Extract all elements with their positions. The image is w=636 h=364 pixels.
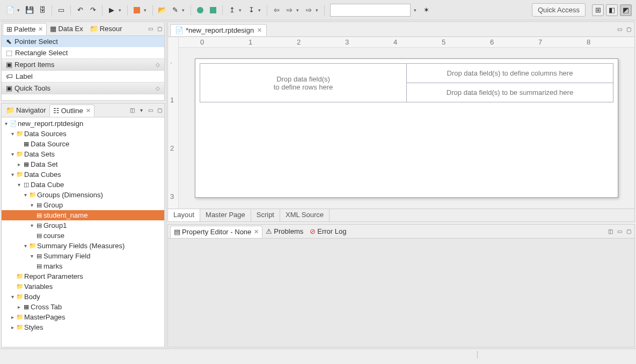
tree-data-set[interactable]: ▸▦Data Set bbox=[2, 159, 164, 169]
import-icon[interactable]: ↧ bbox=[245, 4, 257, 16]
back-icon[interactable]: ⇦ bbox=[271, 4, 282, 16]
minimize-icon[interactable]: ▭ bbox=[616, 228, 623, 235]
tree-master-pages[interactable]: ▸MasterPages bbox=[2, 312, 164, 322]
tree-data-sources[interactable]: ▾Data Sources bbox=[2, 129, 164, 139]
cols-hint[interactable]: Drop data field(s) to define columns her… bbox=[407, 64, 613, 83]
tree-data-source[interactable]: ▦Data Source bbox=[2, 139, 164, 149]
quick-access-button[interactable]: Quick Access bbox=[532, 3, 586, 17]
export-icon[interactable]: ↥ bbox=[226, 4, 238, 16]
forward-dropdown[interactable]: ▾ bbox=[296, 8, 302, 13]
tab-resource[interactable]: 📁Resour bbox=[86, 23, 126, 34]
tree-root[interactable]: ▾📄new_report.rptdesign bbox=[2, 118, 164, 129]
run-icon[interactable]: ▶ bbox=[106, 4, 118, 16]
preview-icon[interactable] bbox=[207, 4, 219, 16]
save-icon[interactable]: 💾 bbox=[24, 4, 35, 16]
bottom-tab-script[interactable]: Script bbox=[251, 209, 280, 221]
minimize-icon[interactable]: ▭ bbox=[616, 26, 623, 33]
toggle-icon[interactable]: ◫ bbox=[606, 228, 614, 235]
tree-student-name[interactable]: ▤student_name bbox=[2, 210, 164, 220]
redo-icon[interactable]: ↷ bbox=[87, 4, 99, 16]
export-dropdown[interactable]: ▾ bbox=[239, 8, 244, 13]
tree-report-parameters[interactable]: Report Parameters bbox=[2, 271, 164, 281]
tab-navigator[interactable]: 📁Navigator bbox=[3, 105, 49, 116]
close-icon[interactable]: ✕ bbox=[38, 26, 43, 33]
nav-dropdown[interactable]: ▾ bbox=[316, 8, 321, 13]
open-icon[interactable]: 📂 bbox=[156, 4, 168, 16]
tree-data-cubes[interactable]: ▾Data Cubes bbox=[2, 169, 164, 180]
editor-bottom-tabs: Layout Master Page Script XML Source bbox=[168, 209, 634, 221]
tree-summary-field[interactable]: ▾▤Summary Field bbox=[2, 251, 164, 261]
report-page[interactable]: Drop data field(s) to define rows here D… bbox=[195, 58, 618, 198]
apply-icon[interactable]: ✶ bbox=[420, 4, 432, 16]
bottom-tab-layout[interactable]: Layout bbox=[168, 209, 200, 221]
edit-dropdown[interactable]: ▾ bbox=[182, 8, 187, 13]
tree-course[interactable]: ▤course bbox=[2, 231, 164, 241]
report-perspective-icon[interactable]: ◧ bbox=[606, 4, 618, 16]
open-perspective-icon[interactable]: ⊞ bbox=[592, 4, 604, 16]
tab-resour-label: Resour bbox=[100, 25, 122, 33]
toolbar-combo[interactable] bbox=[330, 4, 411, 17]
import-dropdown[interactable]: ▾ bbox=[258, 8, 264, 13]
data-cube-label: Data Cube bbox=[31, 181, 64, 189]
view-mode-icon[interactable]: ◫ bbox=[128, 107, 136, 114]
maximize-icon[interactable]: ▢ bbox=[156, 107, 163, 114]
palette-pointer-select[interactable]: ⬉Pointer Select bbox=[2, 36, 164, 47]
property-body bbox=[168, 239, 634, 347]
tree-data-sets[interactable]: ▾Data Sets bbox=[2, 149, 164, 159]
run-dropdown[interactable]: ▾ bbox=[119, 8, 124, 13]
close-icon[interactable]: ✕ bbox=[254, 228, 259, 235]
tree-styles[interactable]: ▸Styles bbox=[2, 322, 164, 332]
undo-icon[interactable]: ↶ bbox=[74, 4, 86, 16]
palette-quick-tools-header[interactable]: ▣Quick Tools◇ bbox=[2, 82, 164, 94]
tree-variables[interactable]: Variables bbox=[2, 281, 164, 292]
editor-tab[interactable]: 📄 *new_report.rptdesign ✕ bbox=[170, 24, 267, 36]
toggle-breadcrumb-icon[interactable]: ▭ bbox=[55, 4, 67, 16]
tree-summary-fields[interactable]: ▾Summary Fields (Measures) bbox=[2, 241, 164, 251]
summary-hint[interactable]: Drop data field(s) to be summarized here bbox=[407, 83, 613, 102]
design-canvas[interactable]: Drop data field(s) to define rows here D… bbox=[179, 48, 634, 209]
new-report-icon[interactable] bbox=[131, 4, 143, 16]
new-icon[interactable]: 📄 bbox=[4, 4, 16, 16]
minimize-icon[interactable]: ▭ bbox=[147, 107, 154, 114]
new-report-dropdown[interactable]: ▾ bbox=[144, 8, 149, 13]
tab-data-explorer[interactable]: ▦Data Ex bbox=[47, 23, 86, 34]
quick-tools-label: Quick Tools bbox=[14, 84, 50, 92]
tab-palette[interactable]: ⊞Palette✕ bbox=[3, 23, 47, 35]
close-icon[interactable]: ✕ bbox=[86, 107, 91, 114]
save-all-icon[interactable]: 🗄 bbox=[36, 4, 48, 16]
palette-label-item[interactable]: 🏷Label bbox=[2, 71, 164, 82]
tab-dataex-label: Data Ex bbox=[58, 25, 83, 33]
tree-body[interactable]: ▾Body bbox=[2, 292, 164, 302]
cross-tab-label: Cross Tab bbox=[31, 303, 62, 311]
tree-data-cube[interactable]: ▾◫Data Cube bbox=[2, 180, 164, 190]
tree-group[interactable]: ▾▤Group bbox=[2, 200, 164, 210]
palette-rectangle-select[interactable]: ⬚Rectangle Select bbox=[2, 47, 164, 58]
tree-cross-tab[interactable]: ▸▦Cross Tab bbox=[2, 302, 164, 312]
maximize-icon[interactable]: ▢ bbox=[625, 26, 632, 33]
bottom-tab-xml-source[interactable]: XML Source bbox=[280, 209, 330, 221]
tab-property-editor[interactable]: ▤Property Editor - None✕ bbox=[170, 226, 262, 238]
tab-problems[interactable]: ⚠Problems bbox=[262, 226, 306, 237]
close-icon[interactable]: ✕ bbox=[257, 27, 262, 34]
minimize-icon[interactable]: ▭ bbox=[147, 25, 154, 33]
tab-error-log[interactable]: ⊘Error Log bbox=[306, 226, 349, 237]
palette-report-items-header[interactable]: ▣Report Items◇ bbox=[2, 58, 164, 71]
tree-group1[interactable]: ▾▤Group1 bbox=[2, 220, 164, 231]
crosstab[interactable]: Drop data field(s) to define rows here D… bbox=[200, 63, 613, 102]
tree-groups-dimensions[interactable]: ▾Groups (Dimensions) bbox=[2, 190, 164, 200]
data-source-label: Data Source bbox=[31, 140, 69, 148]
new-dropdown[interactable]: ▾ bbox=[17, 8, 23, 13]
tree-marks[interactable]: ▤marks bbox=[2, 261, 164, 271]
deploy-icon[interactable] bbox=[194, 4, 206, 16]
chevron-icon: ◇ bbox=[156, 85, 160, 91]
tab-outline[interactable]: ☷Outline✕ bbox=[49, 105, 94, 117]
bottom-tab-master-page[interactable]: Master Page bbox=[200, 209, 251, 221]
nav-icon[interactable]: ⇨ bbox=[303, 4, 315, 16]
maximize-icon[interactable]: ▢ bbox=[156, 25, 163, 33]
combo-dropdown[interactable]: ▾ bbox=[414, 8, 419, 13]
current-perspective-icon[interactable]: ◩ bbox=[620, 4, 632, 16]
maximize-icon[interactable]: ▢ bbox=[625, 228, 632, 235]
forward-icon[interactable]: ⇨ bbox=[283, 4, 295, 16]
view-menu-icon[interactable]: ▾ bbox=[137, 107, 145, 114]
edit-icon[interactable]: ✎ bbox=[169, 4, 181, 16]
